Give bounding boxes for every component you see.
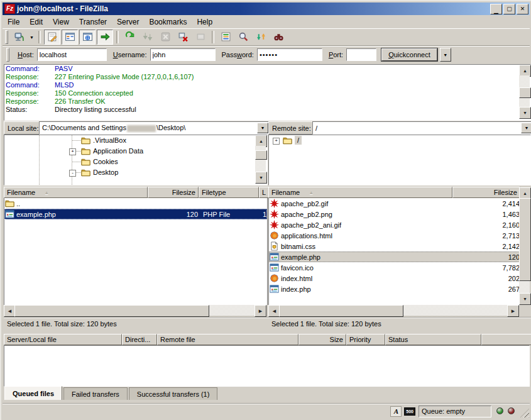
menu-item-file[interactable]: File <box>3 16 25 28</box>
toggle-remote-tree-button[interactable] <box>79 30 96 45</box>
expand-icon[interactable]: + <box>69 148 76 155</box>
cancel-operation-button[interactable] <box>157 30 173 45</box>
local-directory-tree[interactable]: .VirtualBox+Application DataCookies-Desk… <box>4 135 268 185</box>
column-header-Status[interactable]: Status <box>385 334 481 345</box>
scroll-thumb[interactable] <box>14 305 209 317</box>
title-bar[interactable]: Fz john@localhost - FileZilla ▁ ▢ ✕ <box>3 3 530 15</box>
scroll-thumb[interactable] <box>519 198 531 281</box>
expand-icon[interactable]: + <box>273 138 280 145</box>
local-site-combo[interactable]: C:\Documents and Settings\Desktop\ ▼ <box>39 121 270 135</box>
menu-item-transfer[interactable]: Transfer <box>74 16 112 28</box>
directory-comparison-button[interactable] <box>235 30 251 45</box>
filter-button[interactable] <box>217 30 234 45</box>
menu-item-help[interactable]: Help <box>192 16 217 28</box>
tab-queued-files[interactable]: Queued files <box>4 386 62 400</box>
remote-site-combo-arrow[interactable]: ▼ <box>521 123 531 133</box>
cell-text: index.php <box>281 285 311 293</box>
toggle-message-log-button[interactable] <box>44 30 60 45</box>
username-input[interactable] <box>150 48 216 61</box>
resize-grip[interactable] <box>520 409 529 417</box>
file-row-apache-pb2-ani-gif[interactable]: apache_pb2_ani.gif2,160 <box>269 219 520 230</box>
file-row-index-php[interactable]: index.php267 <box>269 284 520 294</box>
column-header-Server/Local file[interactable]: Server/Local file <box>4 334 122 345</box>
refresh-button[interactable] <box>122 30 138 45</box>
site-manager-button[interactable] <box>11 30 27 45</box>
message-log-scrollbar[interactable]: ▲ ▼ <box>519 65 530 119</box>
file-row-applications-html[interactable]: applications.html2,713 <box>269 230 520 241</box>
remote-directory-tree[interactable]: +/ <box>268 135 531 185</box>
speed-limit-indicator-icon[interactable]: 500 <box>404 407 415 416</box>
transfer-type-indicator-icon[interactable]: A <box>390 406 402 417</box>
file-row-apache-pb2-gif[interactable]: apache_pb2.gif2,414 <box>269 198 520 209</box>
tree-item-label: Cookies <box>93 158 118 165</box>
disconnect-button[interactable] <box>175 30 191 45</box>
quickconnect-grip[interactable] <box>6 48 9 62</box>
menu-item-bookmarks[interactable]: Bookmarks <box>144 16 192 28</box>
scroll-right-button[interactable]: ▶ <box>255 305 266 317</box>
file-row-favicon-ico[interactable]: favicon.ico7,782 <box>269 262 520 273</box>
remote-list-hscrollbar[interactable]: ◀ ▶ <box>268 305 519 316</box>
column-header-Directi...[interactable]: Directi... <box>122 334 157 345</box>
toolbar-grip[interactable] <box>5 30 8 44</box>
column-header-spacer[interactable] <box>481 334 531 345</box>
password-input[interactable] <box>257 48 322 61</box>
column-header-Size[interactable]: Size <box>298 334 346 345</box>
minimize-button[interactable]: ▁ <box>490 4 502 14</box>
column-header-Filesize[interactable]: Filesize <box>148 187 199 198</box>
remote-file-list[interactable]: apache_pb2.gif2,414apache_pb2.png1,463ap… <box>268 198 520 305</box>
find-files-button[interactable] <box>270 30 287 45</box>
scroll-thumb[interactable] <box>255 150 267 160</box>
column-header-Filename[interactable]: Filename▲ <box>4 187 148 198</box>
tree-item-root[interactable]: +/ <box>269 135 530 146</box>
host-input[interactable] <box>37 48 107 61</box>
quickconnect-dropdown[interactable]: ▼ <box>440 48 451 62</box>
tab-failed-transfers[interactable]: Failed transfers <box>63 387 128 400</box>
tree-item-cookies[interactable]: Cookies <box>4 157 267 167</box>
port-input[interactable] <box>346 48 376 61</box>
scroll-thumb[interactable] <box>279 305 403 317</box>
collapse-icon[interactable]: - <box>69 170 76 177</box>
menu-item-server[interactable]: Server <box>112 16 144 28</box>
file-row-bitnami-css[interactable]: bitnami.css2,142 <box>269 241 520 251</box>
file-row-index-html[interactable]: index.html202 <box>269 273 520 284</box>
remote-list-scrollbar[interactable]: ▲ ▼ <box>519 187 530 305</box>
local-file-list[interactable]: ..example.php120PHP File1 <box>4 198 268 305</box>
tree-item-application-data[interactable]: +Application Data <box>4 146 267 157</box>
local-site-combo-arrow[interactable]: ▼ <box>257 123 268 133</box>
column-header-Filename[interactable]: Filename▲ <box>268 187 452 198</box>
file-row-example-php[interactable]: example.php120PHP File1 <box>4 209 267 219</box>
file-row--[interactable]: .. <box>4 198 267 209</box>
scroll-right-button[interactable]: ▶ <box>507 305 519 317</box>
column-header-Filesize[interactable]: Filesize <box>452 187 520 198</box>
winphp-file-icon <box>270 252 280 262</box>
scroll-thumb[interactable] <box>519 87 531 98</box>
quickconnect-button[interactable]: Quickconnect <box>381 48 437 61</box>
local-list-hscrollbar[interactable]: ◀ ▶ <box>4 305 266 316</box>
tree-item-desktop[interactable]: -Desktop <box>4 167 267 178</box>
scroll-down-button[interactable]: ▼ <box>519 293 531 305</box>
transfer-queue-list[interactable] <box>4 345 530 387</box>
file-row-apache-pb2-png[interactable]: apache_pb2.png1,463 <box>269 209 520 219</box>
tree-item--virtualbox[interactable]: .VirtualBox <box>4 135 267 146</box>
tree-item-label: Application Data <box>93 147 143 155</box>
message-log[interactable]: Command:PASVResponse:227 Entering Passiv… <box>4 64 531 121</box>
maximize-button[interactable]: ▢ <box>503 4 515 14</box>
file-row-example-php[interactable]: example.php120 <box>269 251 520 262</box>
process-queue-button[interactable] <box>140 30 156 45</box>
close-button[interactable]: ✕ <box>517 4 528 14</box>
toggle-queue-button[interactable] <box>97 30 113 45</box>
local-tree-scrollbar[interactable]: ▲ ▼ <box>255 135 266 184</box>
remote-site-combo[interactable]: / ▼ <box>312 121 531 135</box>
site-manager-dropdown[interactable]: ▼ <box>28 30 36 44</box>
scroll-down-button[interactable]: ▼ <box>255 172 267 184</box>
reconnect-button[interactable] <box>192 30 209 45</box>
column-header-Remote file[interactable]: Remote file <box>157 334 298 345</box>
menu-item-edit[interactable]: Edit <box>25 16 48 28</box>
column-header-Priority[interactable]: Priority <box>346 334 385 345</box>
tab-successful-transfers-1-[interactable]: Successful transfers (1) <box>129 387 218 400</box>
scroll-down-button[interactable]: ▼ <box>519 107 531 119</box>
synchronized-browsing-button[interactable] <box>253 30 269 45</box>
menu-item-view[interactable]: View <box>48 16 74 28</box>
column-header-Filetype[interactable]: Filetype <box>199 187 259 198</box>
toggle-local-tree-button[interactable] <box>62 30 78 45</box>
